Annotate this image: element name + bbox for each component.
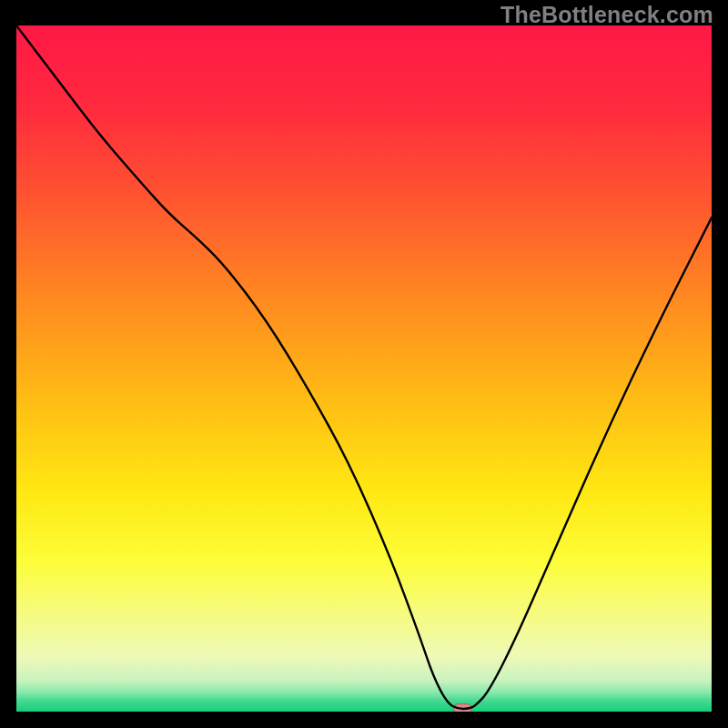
gradient-background xyxy=(16,25,712,712)
plot-area xyxy=(16,25,712,712)
watermark-text: TheBottleneck.com xyxy=(500,2,713,28)
chart-frame: TheBottleneck.com xyxy=(0,0,728,728)
bottleneck-chart xyxy=(16,25,712,712)
